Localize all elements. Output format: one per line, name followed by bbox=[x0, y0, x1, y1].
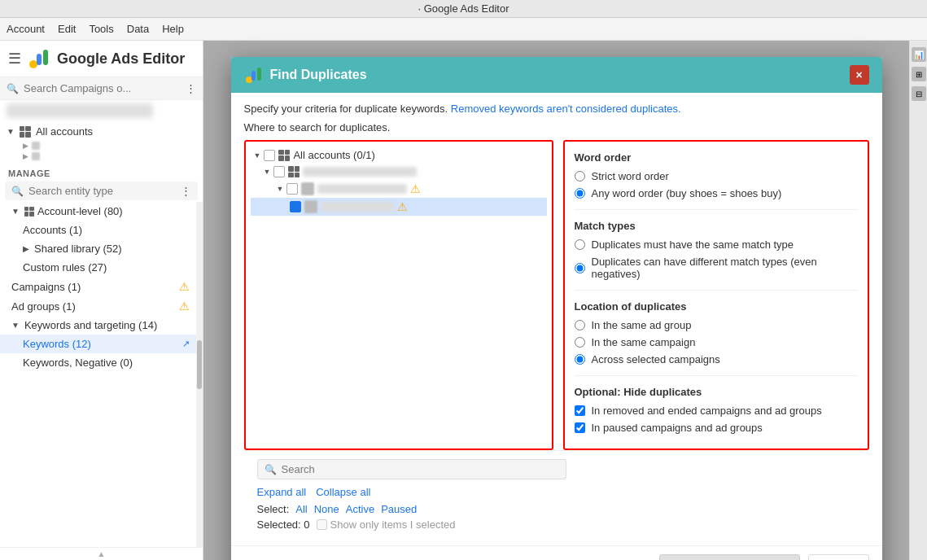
right-panel-table-icon[interactable]: ⊟ bbox=[912, 86, 926, 101]
tree-search-input[interactable] bbox=[282, 463, 559, 475]
location-adgroup-option[interactable]: In the same ad group bbox=[575, 319, 858, 331]
expand-arrow-icon: ▼ bbox=[11, 321, 20, 330]
ad-groups-warning-icon: ⚠ bbox=[179, 300, 190, 313]
tree-expand-arrow: ▼ bbox=[277, 185, 284, 193]
tree-checkbox-account[interactable] bbox=[273, 166, 285, 177]
sidebar-item-keywords[interactable]: Keywords (12) ↗ bbox=[0, 335, 196, 353]
cancel-button[interactable]: Cancel bbox=[808, 554, 868, 560]
campaign-search-input[interactable] bbox=[24, 82, 181, 94]
more-options-icon[interactable]: ⋮ bbox=[186, 82, 196, 94]
menu-tools[interactable]: Tools bbox=[89, 23, 113, 35]
sidebar-item-custom-rules[interactable]: Custom rules (27) bbox=[0, 258, 196, 277]
sidebar-scrollbar[interactable] bbox=[196, 202, 203, 547]
modal-footer: Find duplicate keywords Cancel bbox=[231, 545, 882, 560]
sidebar-item-ad-groups[interactable]: Ad groups (1) ⚠ bbox=[0, 296, 196, 316]
sidebar-scroll-area: ▼ Account-level (80) Accounts (1) ▶ Shar… bbox=[0, 202, 203, 547]
show-selected-option[interactable]: Show only items I selected bbox=[317, 518, 456, 531]
right-panel-stats-icon[interactable]: 📊 bbox=[912, 47, 926, 62]
tree-item-adgroup[interactable]: ⚠ bbox=[251, 198, 547, 216]
match-type-same-option[interactable]: Duplicates must have the same match type bbox=[575, 238, 858, 251]
grid-icon bbox=[20, 126, 31, 138]
location-campaign-radio[interactable] bbox=[575, 337, 585, 348]
hamburger-icon[interactable]: ☰ bbox=[8, 50, 21, 68]
strict-word-order-radio[interactable] bbox=[575, 171, 585, 182]
select-paused-link[interactable]: Paused bbox=[381, 503, 417, 515]
app-shell: ☰ Google Ads Editor 🔍 ⋮ ▼ All accounts bbox=[0, 41, 927, 560]
all-accounts-tree-label: All accounts (0/1) bbox=[293, 149, 543, 161]
all-accounts-row[interactable]: ▼ All accounts bbox=[0, 121, 203, 142]
modal-close-button[interactable]: × bbox=[850, 65, 869, 85]
show-selected-label: Show only items I selected bbox=[330, 518, 456, 531]
menu-help[interactable]: Help bbox=[162, 23, 184, 35]
find-duplicates-modal: Find Duplicates × Specify your criteria … bbox=[231, 57, 882, 560]
location-across-radio[interactable] bbox=[575, 354, 585, 365]
svg-rect-1 bbox=[37, 54, 42, 65]
divider-1 bbox=[575, 209, 858, 210]
location-adgroup-radio[interactable] bbox=[575, 320, 585, 330]
right-panel: 📊 ⊞ ⊟ bbox=[909, 41, 927, 560]
location-campaign-option[interactable]: In the same campaign bbox=[575, 336, 858, 348]
description-text: Specify your criteria for duplicate keyw… bbox=[244, 103, 448, 115]
ad-groups-label: Ad groups (1) bbox=[11, 300, 176, 313]
tree-expand-arrow: ▼ bbox=[264, 168, 271, 176]
menu-bar: Account Edit Tools Data Help bbox=[0, 18, 927, 41]
resize-handle[interactable]: ▲ bbox=[0, 547, 203, 560]
menu-data[interactable]: Data bbox=[127, 23, 149, 35]
word-order-strict-option[interactable]: Strict word order bbox=[575, 170, 858, 182]
campaign-blurred-label bbox=[317, 184, 407, 194]
entity-more-icon[interactable]: ⋮ bbox=[181, 185, 191, 197]
expand-arrow-icon: ▼ bbox=[7, 127, 15, 136]
find-duplicates-button[interactable]: Find duplicate keywords bbox=[659, 554, 800, 560]
sidebar-item-keywords-targeting[interactable]: ▼ Keywords and targeting (14) bbox=[0, 316, 196, 335]
match-type-different-option[interactable]: Duplicates can have different match type… bbox=[575, 256, 858, 280]
expand-collapse-row: Expand all Collapse all bbox=[257, 486, 856, 498]
sidebar-item-accounts[interactable]: Accounts (1) bbox=[0, 221, 196, 239]
svg-point-3 bbox=[246, 77, 252, 83]
tree-checkbox-adgroup[interactable] bbox=[290, 201, 301, 212]
hide-paused-checkbox[interactable] bbox=[575, 422, 585, 433]
hide-removed-checkbox[interactable] bbox=[575, 405, 585, 416]
tree-checkbox-all-accounts[interactable] bbox=[264, 150, 275, 161]
keywords-targeting-label: Keywords and targeting (14) bbox=[24, 319, 190, 331]
menu-edit[interactable]: Edit bbox=[58, 23, 76, 35]
collapse-all-button[interactable]: Collapse all bbox=[316, 486, 370, 498]
select-none-link[interactable]: None bbox=[314, 503, 339, 515]
sidebar-item-keywords-negative[interactable]: Keywords, Negative (0) bbox=[0, 353, 196, 372]
select-active-link[interactable]: Active bbox=[346, 503, 374, 515]
account-blurred-label bbox=[303, 167, 417, 177]
location-across-option[interactable]: Across selected campaigns bbox=[575, 353, 858, 365]
select-all-link[interactable]: All bbox=[295, 503, 307, 515]
tree-item-all-accounts[interactable]: ▼ All accounts (0/1) bbox=[251, 147, 547, 164]
tree-item-campaign[interactable]: ▼ ⚠ bbox=[251, 180, 547, 198]
modal-header: Find Duplicates × bbox=[231, 57, 882, 93]
modal-content-split: ▼ All accounts (0/1) bbox=[244, 140, 869, 450]
show-selected-checkbox[interactable] bbox=[317, 519, 327, 530]
entity-search-input[interactable] bbox=[28, 185, 176, 197]
tree-panel: ▼ All accounts (0/1) bbox=[244, 140, 553, 450]
removed-keywords-link[interactable]: Removed keywords aren't considered dupli… bbox=[451, 103, 681, 115]
tree-item-account[interactable]: ▼ bbox=[251, 164, 547, 180]
right-panel-grid-icon[interactable]: ⊞ bbox=[912, 67, 926, 81]
title-bar: · Google Ads Editor bbox=[0, 0, 927, 18]
location-across-label: Across selected campaigns bbox=[592, 353, 720, 365]
sidebar-item-campaigns[interactable]: Campaigns (1) ⚠ bbox=[0, 277, 196, 296]
same-match-type-radio[interactable] bbox=[575, 239, 585, 250]
entity-search-bar: 🔍 ⋮ bbox=[5, 182, 198, 200]
sidebar-item-shared-library[interactable]: ▶ Shared library (52) bbox=[0, 239, 196, 258]
menu-account[interactable]: Account bbox=[7, 23, 45, 35]
hide-removed-label: In removed and ended campaigns and ad gr… bbox=[592, 405, 822, 417]
adgroup-blurred-icon bbox=[304, 200, 317, 213]
hide-paused-option[interactable]: In paused campaigns and ad groups bbox=[575, 422, 858, 434]
sidebar-item-account-level[interactable]: ▼ Account-level (80) bbox=[0, 202, 196, 221]
where-label: Where to search for duplicates. bbox=[244, 121, 869, 133]
hide-removed-option[interactable]: In removed and ended campaigns and ad gr… bbox=[575, 405, 858, 417]
tree-search-icon: 🔍 bbox=[265, 464, 277, 475]
any-word-order-radio[interactable] bbox=[575, 188, 585, 199]
expand-all-button[interactable]: Expand all bbox=[257, 486, 307, 498]
word-order-any-option[interactable]: Any word order (buy shoes = shoes buy) bbox=[575, 187, 858, 199]
options-panel: Word order Strict word order Any word or… bbox=[563, 140, 869, 450]
blurred-sub-items: ▶ ▶ bbox=[0, 142, 203, 164]
keywords-negative-label: Keywords, Negative (0) bbox=[23, 357, 190, 369]
different-match-type-radio[interactable] bbox=[575, 263, 585, 273]
tree-checkbox-campaign[interactable] bbox=[286, 183, 298, 195]
